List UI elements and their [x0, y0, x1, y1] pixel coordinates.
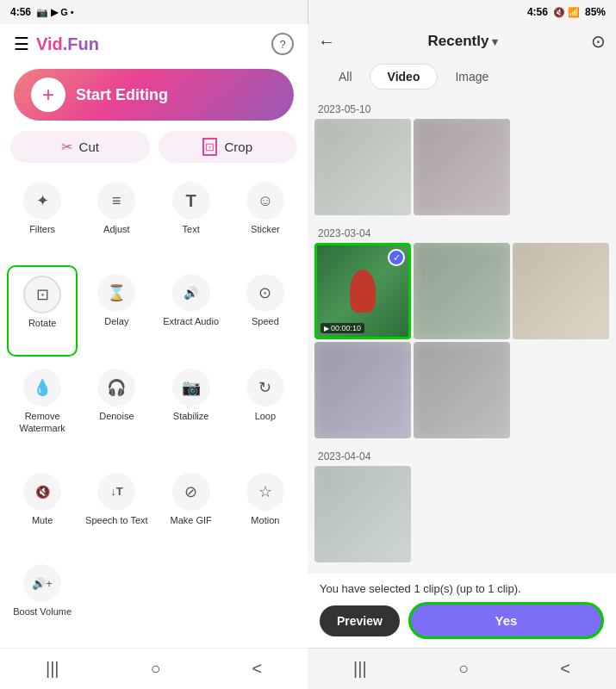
crop-tool-button[interactable]: ⊡ Crop [159, 131, 298, 163]
tool-filters[interactable]: ✦ Filters [7, 173, 78, 262]
media-thumb[interactable] [414, 243, 510, 339]
camera-button[interactable]: ⊙ [591, 31, 606, 52]
media-thumb[interactable] [414, 119, 510, 215]
back-button[interactable]: ← [318, 32, 335, 52]
time-left: 4:56 [10, 6, 31, 18]
mute-icon: 🔇 [23, 473, 61, 511]
thumb-image [314, 119, 411, 215]
thumb-image [314, 342, 411, 438]
tool-denoise[interactable]: 🎧 Denoise [81, 360, 152, 461]
tool-rotate[interactable]: ⊡ Rotate [7, 265, 78, 357]
recently-dropdown-button[interactable]: Recently ▾ [428, 33, 499, 50]
left-nav-back[interactable]: < [234, 652, 279, 686]
date-label: 2023-03-04 [314, 222, 609, 243]
duration-text: 00:00:10 [331, 324, 361, 332]
tool-stabilize[interactable]: 📷 Stabilize [156, 360, 227, 461]
boost-volume-label: Boost Volume [13, 605, 72, 618]
tool-sticker[interactable]: ☺ Sticker [230, 173, 301, 262]
quick-tools: ✂ Cut ⊡ Crop [10, 131, 297, 163]
speech-to-text-icon: ↓T [97, 473, 135, 511]
speech-to-text-label: Speech to Text [85, 514, 148, 526]
sticker-icon: ☺ [246, 182, 284, 220]
tab-video[interactable]: Video [370, 64, 439, 90]
preview-button[interactable]: Preview [320, 605, 400, 636]
left-nav-recent[interactable]: ||| [28, 652, 77, 686]
tool-loop[interactable]: ↻ Loop [230, 360, 301, 461]
media-thumb[interactable] [314, 466, 411, 562]
tool-extract-audio[interactable]: 🔊 Extract Audio [156, 265, 227, 357]
start-editing-label: Start Editing [76, 86, 168, 104]
thumb-image [414, 243, 510, 339]
tool-delay[interactable]: ⌛ Delay [81, 265, 152, 357]
tool-mute[interactable]: 🔇 Mute [7, 464, 78, 553]
adjust-label: Adjust [103, 223, 130, 235]
crop-label: Crop [224, 140, 252, 154]
tool-speed[interactable]: ⊙ Speed [230, 265, 301, 357]
media-thumb[interactable] [513, 243, 609, 339]
selection-bar: You have selected 1 clip(s) (up to 1 cli… [308, 573, 616, 648]
make-gif-label: Make GIF [170, 514, 211, 526]
media-grid: ▶ 00:00:10 ✓ [314, 243, 609, 438]
media-gallery: 2023-05-10 2023-03-04 ▶ [308, 95, 616, 573]
right-nav-home[interactable]: ○ [441, 652, 486, 686]
media-thumb[interactable] [414, 342, 510, 438]
crop-icon: ⊡ [202, 138, 217, 156]
stabilize-label: Stabilize [173, 410, 209, 422]
person-in-video [350, 270, 376, 313]
tool-text[interactable]: T Text [156, 173, 227, 262]
app-title: Vid.Fun [36, 34, 99, 54]
text-icon: T [172, 182, 210, 220]
video-duration: ▶ 00:00:10 [320, 323, 364, 333]
tool-adjust[interactable]: ≡ Adjust [81, 173, 152, 262]
start-editing-button[interactable]: + Start Editing [14, 69, 294, 121]
loop-label: Loop [255, 410, 276, 422]
tool-motion[interactable]: ☆ Motion [230, 464, 301, 553]
extract-audio-icon: 🔊 [172, 274, 210, 312]
time-right: 4:56 [527, 6, 548, 18]
right-header: ← Recently ▾ ⊙ [308, 24, 616, 59]
media-thumb[interactable] [314, 342, 411, 438]
loop-icon: ↻ [246, 369, 284, 407]
app-header: ☰ Vid.Fun ? [0, 24, 308, 64]
tool-remove-watermark[interactable]: 💧 Remove Watermark [7, 360, 78, 461]
tab-all[interactable]: All [321, 64, 370, 90]
filter-tabs: All Video Image [308, 59, 616, 95]
left-bottom-nav: ||| ○ < [0, 648, 308, 689]
mute-label: Mute [32, 514, 53, 526]
recently-label: Recently [428, 33, 489, 50]
date-section-2023-03-04: 2023-03-04 ▶ 00:00:10 ✓ [314, 222, 609, 438]
selection-text: You have selected 1 clip(s) (up to 1 cli… [320, 582, 521, 595]
date-label: 2023-05-10 [314, 98, 609, 119]
right-bottom-nav: ||| ○ < [308, 648, 616, 689]
media-thumb[interactable] [314, 119, 411, 215]
thumb-image [414, 342, 510, 438]
cut-icon: ✂ [61, 139, 72, 155]
menu-icon[interactable]: ☰ [14, 34, 29, 54]
media-grid [314, 466, 609, 562]
tools-grid: ✦ Filters ≡ Adjust T Text ☺ Sticker ⊡ Ro… [0, 170, 308, 648]
tab-image[interactable]: Image [438, 64, 506, 90]
tool-make-gif[interactable]: ⊘ Make GIF [156, 464, 227, 553]
status-bar: 4:56 📷 ▶ G • 4:56 🔇 📶 85% [0, 0, 616, 24]
status-bar-right: 4:56 🔇 📶 85% [308, 0, 617, 24]
filters-icon: ✦ [23, 182, 61, 220]
media-thumb-selected[interactable]: ▶ 00:00:10 ✓ [314, 243, 411, 339]
right-nav-recent[interactable]: ||| [336, 652, 384, 686]
rotate-icon: ⊡ [23, 276, 61, 313]
remove-watermark-icon: 💧 [23, 369, 61, 407]
yes-button[interactable]: Yes [408, 602, 604, 639]
speed-label: Speed [252, 315, 279, 327]
motion-label: Motion [251, 514, 279, 526]
selected-check-badge: ✓ [388, 249, 405, 266]
battery-indicator: 85% [585, 6, 606, 18]
stabilize-icon: 📷 [172, 369, 210, 407]
right-nav-back[interactable]: < [543, 652, 588, 686]
thumb-image [513, 243, 609, 339]
tool-boost-volume[interactable]: 🔊+ Boost Volume [7, 556, 78, 644]
status-bar-left: 4:56 📷 ▶ G • [0, 0, 308, 24]
denoise-label: Denoise [99, 410, 134, 422]
left-nav-home[interactable]: ○ [133, 652, 177, 686]
help-icon[interactable]: ? [271, 33, 294, 55]
cut-tool-button[interactable]: ✂ Cut [10, 131, 150, 163]
tool-speech-to-text[interactable]: ↓T Speech to Text [81, 464, 152, 553]
